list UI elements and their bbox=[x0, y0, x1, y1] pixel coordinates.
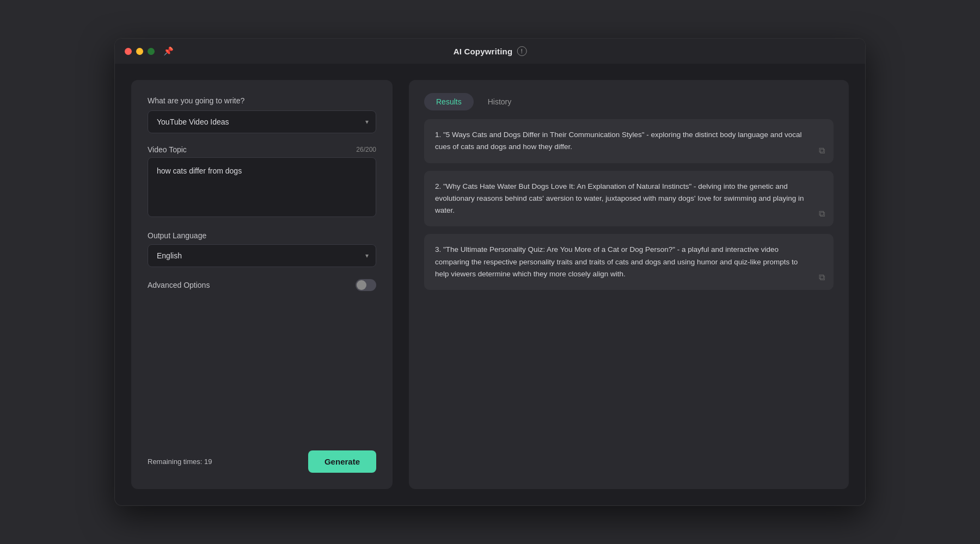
titlebar-center: AI Copywriting ! bbox=[454, 46, 527, 56]
remaining-text: Remaining times: 19 bbox=[148, 458, 212, 466]
minimize-button[interactable] bbox=[136, 48, 143, 55]
copy-icon-3[interactable]: ⧉ bbox=[819, 273, 825, 282]
footer-row: Remaining times: 19 Generate bbox=[148, 450, 376, 473]
pin-icon: 📌 bbox=[163, 46, 174, 56]
tab-results[interactable]: Results bbox=[424, 93, 474, 110]
video-topic-section: Video Topic 26/200 bbox=[148, 145, 376, 219]
result-text-2: 2. "Why Cats Hate Water But Dogs Love It… bbox=[435, 181, 823, 217]
result-text-3: 3. "The Ultimate Personality Quiz: Are Y… bbox=[435, 244, 823, 280]
write-type-label: What are you going to write? bbox=[148, 96, 376, 105]
tab-history[interactable]: History bbox=[476, 93, 524, 110]
result-text-1: 1. "5 Ways Cats and Dogs Differ in Their… bbox=[435, 129, 823, 153]
main-content: What are you going to write? YouTube Vid… bbox=[115, 64, 865, 505]
generate-button[interactable]: Generate bbox=[308, 450, 376, 473]
app-window: 📌 AI Copywriting ! What are you going to… bbox=[114, 38, 866, 506]
tabs-row: Results History bbox=[424, 93, 834, 110]
write-type-section: What are you going to write? YouTube Vid… bbox=[148, 96, 376, 133]
video-topic-label: Video Topic bbox=[148, 145, 187, 154]
output-language-section: Output Language English ▾ bbox=[148, 231, 376, 267]
titlebar: 📌 AI Copywriting ! bbox=[115, 39, 865, 64]
advanced-options-toggle[interactable] bbox=[356, 279, 376, 291]
write-type-dropdown[interactable]: YouTube Video Ideas bbox=[148, 110, 376, 133]
output-language-label: Output Language bbox=[148, 231, 376, 240]
maximize-button[interactable] bbox=[148, 48, 155, 55]
language-dropdown-wrapper: English ▾ bbox=[148, 244, 376, 267]
char-count: 26/200 bbox=[356, 146, 376, 153]
left-panel: What are you going to write? YouTube Vid… bbox=[131, 80, 393, 489]
traffic-lights: 📌 bbox=[125, 46, 174, 56]
advanced-options-label: Advanced Options bbox=[148, 281, 210, 289]
app-title: AI Copywriting bbox=[454, 47, 513, 56]
write-type-dropdown-wrapper: YouTube Video Ideas ▾ bbox=[148, 110, 376, 133]
toggle-knob bbox=[357, 280, 366, 290]
copy-icon-2[interactable]: ⧉ bbox=[819, 209, 825, 219]
video-topic-header: Video Topic 26/200 bbox=[148, 145, 376, 154]
language-dropdown[interactable]: English bbox=[148, 244, 376, 267]
video-topic-textarea[interactable] bbox=[148, 157, 376, 217]
result-card-1: 1. "5 Ways Cats and Dogs Differ in Their… bbox=[424, 119, 834, 163]
result-card-3: 3. "The Ultimate Personality Quiz: Are Y… bbox=[424, 234, 834, 290]
advanced-options-row: Advanced Options bbox=[148, 279, 376, 291]
right-panel: Results History 1. "5 Ways Cats and Dogs… bbox=[409, 80, 849, 489]
info-icon[interactable]: ! bbox=[517, 46, 526, 56]
close-button[interactable] bbox=[125, 48, 132, 55]
results-list: 1. "5 Ways Cats and Dogs Differ in Their… bbox=[424, 119, 834, 476]
result-card-2: 2. "Why Cats Hate Water But Dogs Love It… bbox=[424, 171, 834, 227]
copy-icon-1[interactable]: ⧉ bbox=[819, 146, 825, 156]
